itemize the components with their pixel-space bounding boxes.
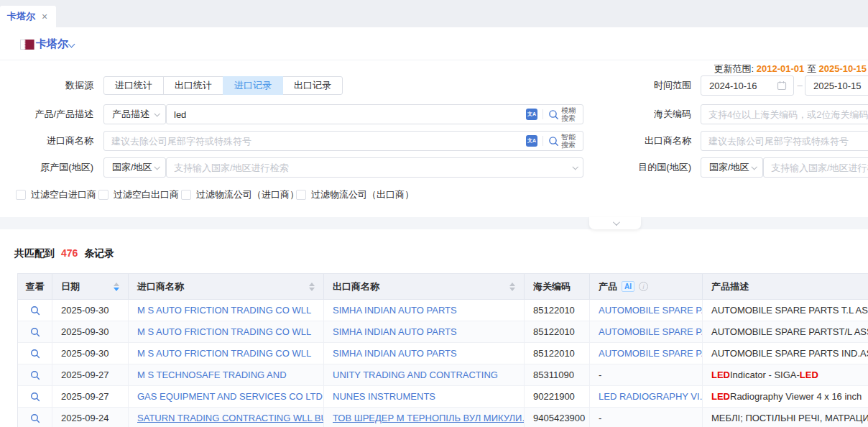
origin-country-input[interactable] (167, 162, 573, 173)
sort-control[interactable] (114, 283, 119, 291)
date-cell: 2025-09-27 (52, 364, 129, 386)
tab-qatar[interactable]: 卡塔尔 × (0, 6, 56, 27)
column-header[interactable]: 出口商名称 (324, 274, 525, 300)
destination-country-input[interactable] (764, 162, 868, 173)
chevron-down-icon (154, 111, 160, 116)
sort-asc-icon[interactable] (309, 283, 315, 286)
checkbox-icon[interactable] (98, 190, 108, 200)
translate-icon[interactable]: 文A (526, 109, 537, 120)
filter-checkbox[interactable]: 过滤物流公司（出口商） (296, 187, 414, 203)
view-record-button[interactable] (18, 386, 52, 407)
hs-code-input[interactable] (701, 109, 868, 120)
importer-cell: SATURN TRADING CONTRACTING WLL BUI... (129, 408, 324, 427)
product-link[interactable]: LED RADIOGRAPHY VI... (599, 391, 703, 402)
product-type-select[interactable]: 产品描述 (103, 104, 166, 124)
sort-desc-icon[interactable] (509, 288, 515, 291)
importer-search-input[interactable] (104, 136, 526, 147)
exporter-cell: SIMHA INDIAN AUTO PARTS (324, 321, 525, 343)
data-source-group: 进口统计出口统计进口记录出口记录 (103, 76, 343, 95)
importer-link[interactable]: M S AUTO FRICTION TRADING CO WLL (137, 305, 311, 316)
exporter-link[interactable]: UNITY TRADING AND CONTRACTING (333, 369, 498, 380)
time-range-end-input[interactable]: 2025-10-15 (805, 75, 868, 96)
column-header-label: 查看 (26, 280, 45, 293)
filter-checkbox[interactable]: 过滤空白进口商 (16, 187, 96, 203)
sort-asc-icon[interactable] (114, 283, 119, 286)
sort-control[interactable] (309, 283, 315, 291)
data-source-option[interactable]: 出口统计 (163, 76, 223, 95)
exporter-link[interactable]: SIMHA INDIAN AUTO PARTS (333, 326, 457, 337)
view-cell (18, 343, 52, 364)
description-text: Indicator - SIGA- (730, 369, 800, 380)
product-cell: - (590, 364, 703, 386)
hs-code-label: 海关编码 (591, 104, 691, 124)
country-dropdown-chevron-icon[interactable] (68, 41, 75, 48)
importer-cell: GAS EQUIPMENT AND SERVICES CO LTD (129, 386, 324, 408)
data-source-option[interactable]: 出口记录 (282, 76, 343, 95)
exporter-link[interactable]: SIMHA INDIAN AUTO PARTS (333, 305, 457, 316)
data-source-option[interactable]: 进口记录 (223, 76, 283, 95)
exporter-search-input[interactable] (701, 136, 868, 147)
destination-type-select[interactable]: 国家/地区 (701, 157, 763, 178)
magnifier-icon (30, 413, 40, 423)
importer-link[interactable]: GAS EQUIPMENT AND SERVICES CO LTD (137, 391, 323, 402)
sort-control[interactable] (509, 283, 515, 291)
exporter-input-box (701, 131, 868, 151)
column-header[interactable]: 日期 (52, 274, 129, 300)
checkbox-icon[interactable] (16, 190, 26, 200)
info-icon[interactable]: i (639, 282, 648, 291)
table-row: 2025-09-27M S TECHNOSAFE TRADING ANDUNIT… (18, 364, 868, 386)
column-header-label: 日期 (61, 280, 80, 293)
smart-search-toggle[interactable]: 智能搜索 (548, 133, 577, 149)
importer-label: 进口商名称 (0, 131, 93, 151)
origin-type-select[interactable]: 国家/地区 (103, 157, 166, 178)
destination-type-select-value: 国家/地区 (709, 161, 749, 174)
hs-code-cell: 85311090 (525, 364, 590, 386)
product-search-input[interactable] (167, 109, 526, 120)
exporter-cell: SIMHA INDIAN AUTO PARTS (324, 343, 525, 364)
column-header[interactable]: 进口商名称 (129, 274, 324, 300)
fuzzy-search-toggle[interactable]: 模糊搜索 (548, 106, 577, 122)
product-link[interactable]: AUTOMOBILE SPARE P... (599, 326, 703, 337)
view-record-button[interactable] (18, 408, 52, 427)
description-cell: LED Radiography Viewer 4 x 16 inch (703, 386, 868, 408)
view-record-button[interactable] (18, 343, 52, 364)
exporter-link[interactable]: NUNES INSTRUMENTS (333, 391, 435, 402)
checkbox-icon[interactable] (181, 190, 191, 200)
product-link[interactable]: AUTOMOBILE SPARE P... (599, 305, 703, 316)
view-record-button[interactable] (18, 321, 52, 342)
collapse-panel-button[interactable] (589, 217, 641, 229)
view-record-button[interactable] (18, 300, 52, 321)
sort-desc-icon[interactable] (114, 288, 119, 291)
exporter-link[interactable]: SIMHA INDIAN AUTO PARTS (333, 348, 457, 359)
importer-input-box: 文A 智能搜索 (103, 131, 583, 151)
time-range-start-input[interactable]: 2024-10-16 (701, 75, 794, 96)
translate-icon[interactable]: 文A (526, 135, 537, 147)
table-row: 2025-09-27GAS EQUIPMENT AND SERVICES CO … (18, 386, 868, 408)
origin-label: 原产国(地区) (0, 157, 93, 178)
view-cell (18, 408, 52, 427)
filter-checkbox[interactable]: 过滤物流公司（进口商） (181, 187, 299, 203)
view-record-button[interactable] (18, 364, 52, 385)
tab-close-icon[interactable]: × (42, 12, 47, 22)
magnifier-icon (548, 136, 559, 147)
collapse-band (0, 217, 868, 229)
importer-link[interactable]: SATURN TRADING CONTRACTING WLL BUI... (137, 413, 324, 423)
product-link[interactable]: AUTOMOBILE SPARE P... (599, 348, 703, 359)
description-cell: LED Indicator - SIGA-LED (703, 364, 868, 386)
exporter-link[interactable]: ТОВ ШРЕДЕР М ТЕРНОПІЛЬ ВУЛ МИКУЛИ... (333, 413, 525, 423)
sort-desc-icon[interactable] (309, 288, 315, 291)
data-source-option[interactable]: 进口统计 (103, 76, 164, 95)
sort-asc-icon[interactable] (509, 283, 515, 286)
importer-link[interactable]: M S TECHNOSAFE TRADING AND (137, 369, 287, 380)
importer-link[interactable]: M S AUTO FRICTION TRADING CO WLL (137, 326, 311, 337)
product-cell: LED RADIOGRAPHY VI... (590, 386, 703, 408)
filter-checkbox-label: 过滤物流公司（进口商） (196, 188, 299, 201)
filter-checkbox[interactable]: 过滤空白出口商 (98, 187, 179, 203)
checkbox-icon[interactable] (296, 190, 306, 200)
column-header-label: 产品描述 (711, 280, 749, 293)
description-text: МЕБЛІ; ПОСТІЛЬНІ РЕЧІ, МАТРАЦИ,... (711, 413, 868, 423)
hs-code-cell: 90221900 (525, 386, 590, 408)
importer-link[interactable]: M S AUTO FRICTION TRADING CO WLL (137, 348, 311, 359)
origin-input-box (166, 157, 583, 178)
exporter-cell: SIMHA INDIAN AUTO PARTS (324, 300, 525, 321)
